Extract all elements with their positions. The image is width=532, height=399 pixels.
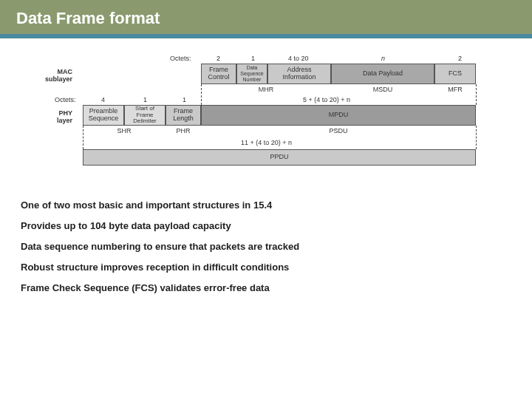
bullet-3: Robust structure improves reception in d… xyxy=(21,262,511,273)
phy-right-octets: 5 + (4 to 20) + n xyxy=(303,96,350,103)
mac-octet-1: 1 xyxy=(251,55,255,62)
mac-box-fcs: FCS xyxy=(434,64,476,84)
mac-box-frame-control: Frame Control xyxy=(201,64,236,84)
phy-box-preamble: Preamble Sequence xyxy=(83,105,124,126)
mac-group-msdu: MSDU xyxy=(331,86,434,93)
phy-group-psdu: PSDU xyxy=(201,127,476,134)
mac-octet-4: 2 xyxy=(458,55,462,62)
accent-bar xyxy=(0,34,532,38)
slide-header: Data Frame format xyxy=(0,0,532,34)
bullet-list: One of two most basic and important stru… xyxy=(0,192,532,293)
phy-octet-2: 1 xyxy=(183,96,186,103)
phy-box-sfd: Start of Frame Delimiter xyxy=(124,105,166,126)
frame-diagram: MAC sublayer Octets: 2 1 4 to 20 n 2 Fra… xyxy=(0,44,532,192)
dash-right-phy xyxy=(476,126,477,149)
phy-octet-1: 1 xyxy=(143,96,147,103)
mac-sublayer-label: MAC sublayer xyxy=(28,68,72,83)
mac-box-data-payload: Data Payload xyxy=(331,64,434,84)
phy-group-shr: SHR xyxy=(83,127,166,134)
phy-octets-label: Octets: xyxy=(55,96,76,103)
dash-left-phy xyxy=(83,126,83,149)
bullet-1: Provides up to 104 byte data payload cap… xyxy=(21,220,511,231)
mac-octet-2: 4 to 20 xyxy=(288,55,309,62)
phy-box-frame-length: Frame Length xyxy=(166,105,201,126)
dash-left-mac xyxy=(201,84,202,105)
mac-octet-3: n xyxy=(381,55,385,62)
mac-octet-0: 2 xyxy=(216,55,220,62)
mac-box-addr-info: Address Information xyxy=(267,64,331,84)
phy-octet-0: 4 xyxy=(101,96,105,103)
bullet-2: Data sequence numbering to ensure that p… xyxy=(21,241,511,252)
ppdu-length-label: 11 + (4 to 20) + n xyxy=(241,139,292,146)
phy-group-phr: PHR xyxy=(166,127,201,134)
phy-layer-label: PHY layer xyxy=(28,109,72,124)
mac-octets-label: Octets: xyxy=(170,55,191,62)
mac-group-mfr: MFR xyxy=(434,86,476,93)
slide-title: Data Frame format xyxy=(16,9,516,28)
bullet-0: One of two most basic and important stru… xyxy=(21,200,511,211)
bullet-4: Frame Check Sequence (FCS) validates err… xyxy=(21,282,511,293)
mac-group-mhr: MHR xyxy=(201,86,331,93)
mac-box-seq-number: Data Sequence Number xyxy=(236,64,267,84)
phy-box-mpdu: MPDU xyxy=(201,105,476,126)
ppdu-box: PPDU xyxy=(83,149,476,166)
dash-right-mac xyxy=(476,84,477,105)
